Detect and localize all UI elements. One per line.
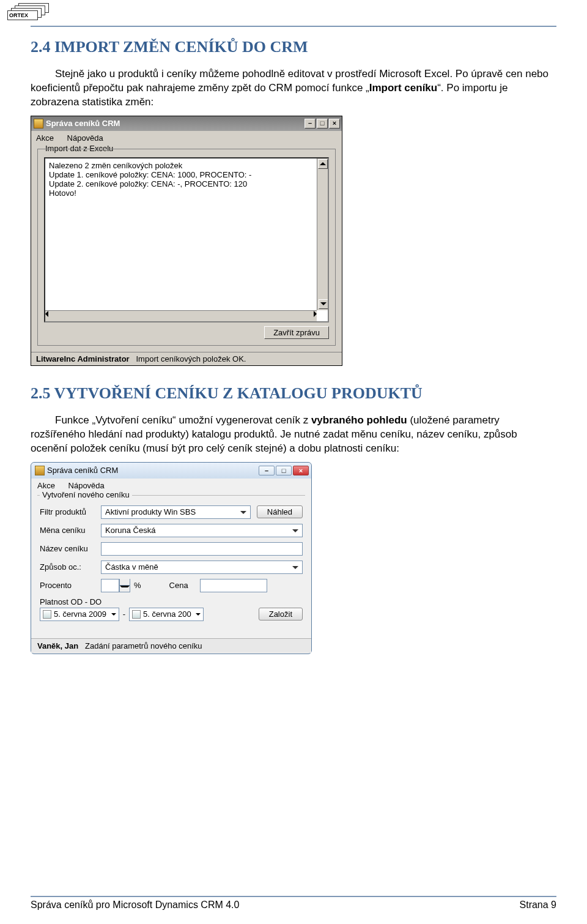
status-bar: Vaněk, Jan Zadání parametrů nového ceník… bbox=[31, 638, 311, 653]
percent-spinner[interactable] bbox=[119, 579, 130, 592]
menu-akce[interactable]: Akce bbox=[37, 481, 55, 490]
app-icon bbox=[35, 466, 45, 475]
page-footer: Správa ceníků pro Microsoft Dynamics CRM… bbox=[31, 896, 556, 911]
screenshot-create-pricelist-dialog: Správa ceníků CRM – □ × Akce Nápověda Vy… bbox=[31, 462, 312, 654]
date-to-picker[interactable]: 5. června 200 bbox=[129, 608, 204, 621]
name-input[interactable] bbox=[101, 542, 303, 556]
group-label: Vytvoření nového ceníku bbox=[40, 490, 132, 499]
section-2-5-paragraph: Funkce „Vytvoření ceníku“ umožní vygener… bbox=[31, 414, 556, 456]
preview-button[interactable]: Náhled bbox=[257, 505, 303, 518]
close-button[interactable]: × bbox=[293, 466, 309, 475]
vertical-scrollbar[interactable] bbox=[317, 158, 328, 310]
status-user: LitwareInc Administrator bbox=[36, 354, 130, 363]
currency-label: Měna ceníku bbox=[40, 526, 101, 535]
minimize-button[interactable]: – bbox=[259, 466, 275, 475]
footer-left: Správa ceníků pro Microsoft Dynamics CRM… bbox=[31, 900, 239, 911]
header-rule bbox=[31, 26, 556, 27]
close-button[interactable]: × bbox=[329, 119, 340, 129]
window-title: Správa ceníků CRM bbox=[46, 119, 303, 128]
currency-dropdown[interactable]: Koruna Česká bbox=[101, 524, 303, 537]
window-titlebar: Správa ceníků CRM – □ × bbox=[31, 463, 311, 479]
method-label: Způsob oc.: bbox=[40, 562, 101, 572]
window-title: Správa ceníků CRM bbox=[47, 466, 257, 475]
status-message: Zadání parametrů nového ceníku bbox=[85, 641, 202, 650]
menu-napoveda[interactable]: Nápověda bbox=[67, 133, 103, 143]
horizontal-scrollbar[interactable] bbox=[45, 310, 317, 321]
scroll-left-icon[interactable] bbox=[45, 311, 48, 321]
create-button[interactable]: Založit bbox=[259, 608, 303, 620]
maximize-button[interactable]: □ bbox=[276, 466, 292, 475]
filter-label: Filtr produktů bbox=[40, 507, 101, 516]
status-message: Import ceníkových položek OK. bbox=[136, 354, 246, 363]
calendar-icon bbox=[132, 610, 141, 619]
validity-label: Platnost OD - DO bbox=[40, 597, 102, 606]
create-group: Vytvoření nového ceníku Filtr produktů A… bbox=[37, 495, 305, 630]
section-heading-2-5: 2.5 VYTVOŘENÍ CENÍKU Z KATALOGU PRODUKTŮ bbox=[31, 384, 556, 403]
logo: ORTEX bbox=[7, 3, 51, 21]
price-input[interactable] bbox=[200, 579, 267, 592]
window-titlebar: Správa ceníků CRM – □ × bbox=[31, 116, 342, 131]
maximize-button[interactable]: □ bbox=[317, 119, 328, 129]
menu-bar: Akce Nápověda bbox=[31, 131, 342, 145]
percent-suffix: % bbox=[134, 581, 141, 590]
menu-akce[interactable]: Akce bbox=[36, 133, 54, 143]
scroll-up-icon[interactable] bbox=[318, 159, 328, 169]
section-2-4-paragraph: Stejně jako u produktů i ceníky můžeme p… bbox=[31, 67, 556, 110]
app-icon bbox=[34, 119, 43, 129]
status-bar: LitwareInc Administrator Import ceníkový… bbox=[31, 352, 342, 365]
percent-input[interactable] bbox=[101, 579, 119, 592]
method-dropdown[interactable]: Částka v měně bbox=[101, 561, 303, 574]
screenshot-import-dialog: Správa ceníků CRM – □ × Akce Nápověda Na… bbox=[31, 116, 342, 366]
minimize-button[interactable]: – bbox=[305, 119, 316, 129]
filter-dropdown[interactable]: Aktivní produkty Win SBS bbox=[101, 505, 251, 519]
menu-napoveda[interactable]: Nápověda bbox=[68, 481, 105, 490]
percent-label: Procento bbox=[40, 581, 101, 590]
footer-right: Strana 9 bbox=[520, 900, 556, 911]
date-from-picker[interactable]: 5. června 2009 bbox=[40, 608, 119, 621]
scroll-down-icon[interactable] bbox=[319, 299, 328, 309]
section-heading-2-4: 2.4 IMPORT ZMĚN CENÍKŮ DO CRM bbox=[31, 38, 556, 56]
close-report-button[interactable]: Zavřít zprávu bbox=[264, 326, 329, 339]
spin-up-icon[interactable] bbox=[120, 579, 130, 586]
calendar-icon bbox=[43, 610, 51, 619]
scroll-right-icon[interactable] bbox=[314, 311, 317, 321]
status-user: Vaněk, Jan bbox=[37, 641, 78, 650]
price-label: Cena bbox=[169, 581, 200, 590]
spin-down-icon[interactable] bbox=[120, 586, 130, 592]
log-textarea[interactable]: Nalezeno 2 změn ceníkových položek Updat… bbox=[44, 157, 329, 322]
import-group: Nalezeno 2 změn ceníkových položek Updat… bbox=[37, 149, 336, 346]
date-separator: - bbox=[123, 609, 125, 619]
name-label: Název ceníku bbox=[40, 544, 101, 553]
